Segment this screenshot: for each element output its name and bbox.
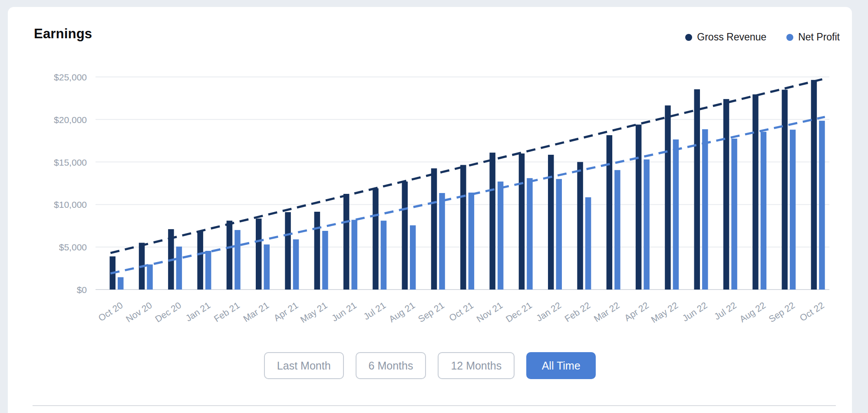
x-axis-label: Nov 21	[475, 300, 504, 324]
earnings-card: Earnings Gross Revenue Net Profit $0$5,0…	[8, 7, 852, 413]
x-axis-label: Jan 22	[535, 300, 563, 323]
bar-net-profit-jan-21[interactable]	[205, 251, 211, 290]
x-axis-label: Feb 22	[563, 300, 592, 324]
twelve-months-button[interactable]: 12 Months	[438, 352, 515, 379]
bar-gross-revenue-jun-21[interactable]	[343, 194, 350, 290]
all-time-button[interactable]: All Time	[526, 352, 596, 379]
bar-net-profit-apr-22[interactable]	[644, 160, 650, 290]
y-axis-label: $20,000	[54, 115, 87, 125]
bar-gross-revenue-feb-22[interactable]	[577, 162, 583, 290]
bar-gross-revenue-apr-22[interactable]	[636, 125, 642, 290]
section-divider	[33, 405, 836, 406]
bar-net-profit-sep-22[interactable]	[790, 130, 796, 290]
x-axis-label: Oct 20	[96, 300, 124, 323]
legend-label-net-profit: Net Profit	[798, 31, 840, 43]
bar-net-profit-feb-22[interactable]	[585, 197, 591, 290]
x-axis-label: Jul 22	[712, 300, 738, 322]
bar-net-profit-dec-21[interactable]	[527, 178, 533, 290]
x-axis-label: Jan 21	[184, 300, 212, 323]
bar-net-profit-feb-21[interactable]	[234, 230, 241, 290]
y-axis-label: $15,000	[54, 157, 87, 167]
x-axis-label: Feb 21	[212, 300, 241, 324]
x-axis-label: Dec 21	[504, 300, 534, 324]
bar-gross-revenue-sep-21[interactable]	[431, 168, 437, 290]
bar-net-profit-oct-20[interactable]	[118, 277, 124, 290]
x-axis-label: Apr 21	[272, 300, 300, 323]
bar-net-profit-aug-22[interactable]	[761, 132, 767, 290]
trendline-gross-revenue	[111, 79, 825, 253]
trendline-net-profit	[111, 117, 825, 273]
bar-gross-revenue-jul-22[interactable]	[723, 99, 729, 290]
bar-gross-revenue-may-21[interactable]	[314, 212, 320, 290]
earnings-bar-chart: $0$5,000$10,000$15,000$20,000$25,000Oct …	[0, 0, 868, 413]
legend-label-gross-revenue: Gross Revenue	[697, 31, 766, 43]
y-axis-label: $5,000	[59, 242, 87, 252]
y-axis-label: $10,000	[54, 200, 87, 210]
bar-gross-revenue-feb-21[interactable]	[227, 221, 233, 290]
bar-net-profit-dec-20[interactable]	[176, 246, 182, 290]
bar-gross-revenue-may-22[interactable]	[665, 106, 671, 290]
bar-net-profit-mar-21[interactable]	[264, 244, 270, 290]
x-axis-label: Sep 22	[767, 300, 796, 324]
bar-gross-revenue-oct-22[interactable]	[811, 80, 817, 290]
bar-gross-revenue-dec-20[interactable]	[168, 229, 174, 290]
bar-gross-revenue-jan-21[interactable]	[197, 231, 203, 290]
bar-net-profit-may-22[interactable]	[673, 140, 679, 290]
chart-legend: Gross Revenue Net Profit	[685, 31, 840, 43]
bar-gross-revenue-nov-20[interactable]	[139, 243, 145, 290]
legend-item-net-profit: Net Profit	[786, 31, 840, 43]
bar-gross-revenue-oct-20[interactable]	[110, 256, 116, 290]
bar-gross-revenue-apr-21[interactable]	[285, 212, 291, 290]
bar-gross-revenue-oct-21[interactable]	[460, 165, 466, 290]
bar-net-profit-mar-22[interactable]	[614, 170, 620, 290]
bar-net-profit-jan-22[interactable]	[556, 179, 562, 290]
bar-net-profit-aug-21[interactable]	[410, 225, 416, 290]
bar-net-profit-nov-20[interactable]	[147, 264, 153, 290]
bar-net-profit-nov-21[interactable]	[498, 182, 504, 290]
bar-gross-revenue-jan-22[interactable]	[548, 155, 554, 290]
x-axis-label: Dec 20	[153, 300, 183, 324]
bar-gross-revenue-aug-22[interactable]	[752, 94, 759, 290]
bar-net-profit-oct-22[interactable]	[819, 121, 825, 290]
x-axis-label: Mar 21	[241, 300, 271, 324]
bar-gross-revenue-nov-21[interactable]	[489, 153, 495, 290]
bar-gross-revenue-mar-22[interactable]	[607, 135, 613, 290]
legend-item-gross-revenue: Gross Revenue	[685, 31, 766, 43]
x-axis-label: Jul 21	[362, 300, 388, 322]
x-axis-label: May 22	[649, 300, 680, 325]
y-axis-label: $25,000	[54, 72, 87, 82]
x-axis-label: Mar 22	[592, 300, 621, 324]
x-axis-label: Aug 22	[738, 300, 767, 324]
bar-net-profit-jun-22[interactable]	[702, 129, 708, 290]
x-axis-label: Oct 22	[798, 300, 825, 323]
bar-net-profit-sep-21[interactable]	[439, 193, 445, 290]
net-profit-dot-icon	[786, 34, 793, 41]
time-range-button-group: Last Month 6 Months 12 Months All Time	[8, 352, 852, 379]
bar-net-profit-jul-21[interactable]	[381, 221, 387, 290]
x-axis-label: Sep 21	[416, 300, 446, 324]
bar-net-profit-jul-22[interactable]	[731, 139, 737, 290]
bar-net-profit-oct-21[interactable]	[469, 193, 475, 290]
bar-gross-revenue-jun-22[interactable]	[694, 89, 700, 290]
x-axis-label: Jun 22	[680, 300, 709, 323]
x-axis-label: Aug 21	[387, 300, 416, 324]
x-axis-label: May 21	[298, 300, 329, 325]
bar-net-profit-apr-21[interactable]	[293, 240, 299, 290]
bar-gross-revenue-dec-21[interactable]	[519, 153, 525, 290]
x-axis-label: Jun 21	[330, 300, 358, 323]
gross-revenue-dot-icon	[685, 34, 692, 41]
bar-gross-revenue-jul-21[interactable]	[373, 188, 379, 290]
bar-net-profit-may-21[interactable]	[322, 231, 328, 290]
y-axis-label: $0	[77, 285, 87, 295]
x-axis-label: Apr 22	[623, 300, 650, 323]
bar-gross-revenue-mar-21[interactable]	[256, 219, 262, 290]
bar-net-profit-jun-21[interactable]	[351, 220, 357, 290]
six-months-button[interactable]: 6 Months	[356, 352, 426, 379]
bar-gross-revenue-sep-22[interactable]	[782, 90, 788, 290]
last-month-button[interactable]: Last Month	[264, 352, 344, 379]
page-title: Earnings	[34, 26, 92, 42]
x-axis-label: Oct 21	[447, 300, 475, 323]
bar-gross-revenue-aug-21[interactable]	[402, 182, 408, 290]
x-axis-label: Nov 20	[124, 300, 154, 324]
